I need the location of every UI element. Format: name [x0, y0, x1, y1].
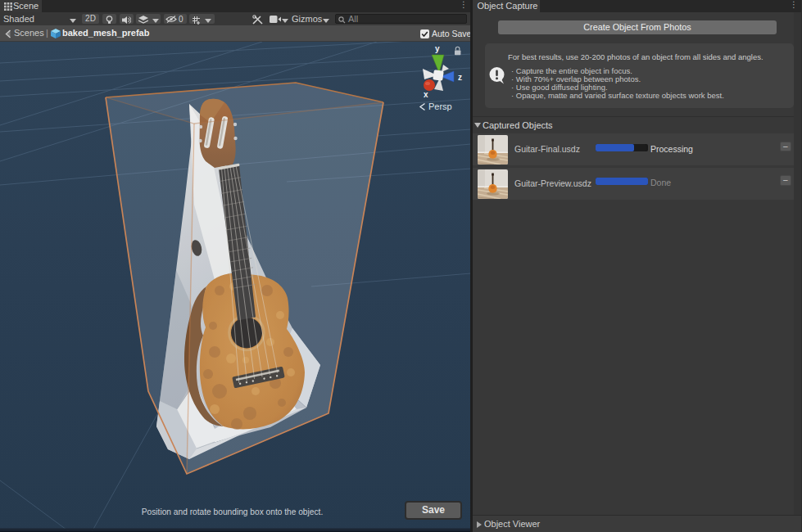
- svg-text:Persp: Persp: [428, 101, 452, 111]
- svg-text:x: x: [424, 90, 428, 99]
- svg-text:y: y: [435, 44, 440, 53]
- svg-text:z: z: [458, 73, 462, 82]
